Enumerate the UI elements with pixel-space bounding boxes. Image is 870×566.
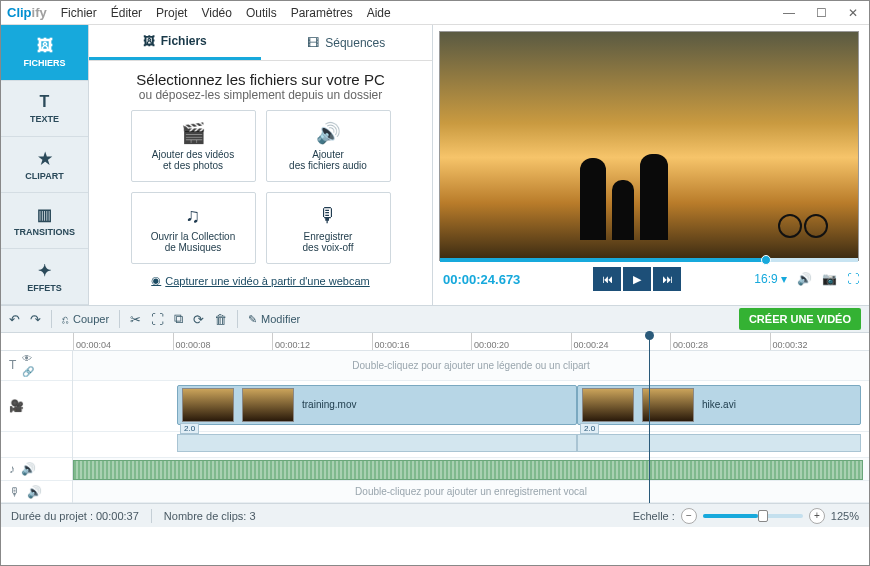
window-controls: — ☐ ✕ [779, 6, 863, 20]
menubar: Clipify Fichier Éditer Projet Vidéo Outi… [1, 1, 869, 25]
volume-icon[interactable]: 🔊 [797, 272, 812, 286]
star-icon: ★ [38, 149, 52, 168]
speaker-icon: 🔊 [316, 121, 341, 145]
window-close[interactable]: ✕ [843, 6, 863, 20]
tab-sequences[interactable]: 🎞Séquences [261, 25, 433, 60]
sidebar-item-fichiers[interactable]: 🖼FICHIERS [1, 25, 88, 81]
tile-record-voiceover[interactable]: 🎙Enregistrerdes voix-off [266, 192, 391, 264]
play-button[interactable]: ▶ [623, 267, 651, 291]
tab-label: Fichiers [161, 34, 207, 48]
project-duration-label: Durée du projet : 00:00:37 [11, 510, 139, 522]
ruler-tick: 00:00:20 [471, 333, 571, 350]
copy-icon[interactable]: ⧉ [174, 311, 183, 327]
app-name: Clipify [7, 5, 47, 20]
clip-name: hike.avi [702, 399, 736, 410]
rotate-icon[interactable]: ⟳ [193, 312, 204, 327]
undo-button[interactable]: ↶ [9, 312, 20, 327]
ruler-tick: 00:00:16 [372, 333, 472, 350]
track-head-audio2[interactable]: ♪🔊 [1, 458, 72, 482]
tile-add-video-photo[interactable]: 🎬Ajouter des vidéoset des photos [131, 110, 256, 182]
pencil-icon: ✎ [248, 313, 257, 326]
ruler-tick: 00:00:04 [73, 333, 173, 350]
note-icon: ♪ [9, 462, 15, 476]
camera-icon: 🎥 [9, 399, 24, 413]
aspect-ratio-dropdown[interactable]: 16:9 ▾ [754, 272, 787, 286]
clip-thumbnail [582, 388, 634, 422]
eye-icon[interactable]: 👁 [22, 353, 34, 364]
timeline-toolbar: ↶ ↷ ⎌Couper ✂ ⛶ ⧉ ⟳ 🗑 ✎Modifier CRÉER UN… [1, 305, 869, 333]
fullscreen-icon[interactable]: ⛶ [847, 272, 859, 286]
sidebar-item-transitions[interactable]: ▥TRANSITIONS [1, 193, 88, 249]
snapshot-icon[interactable]: 📷 [822, 272, 837, 286]
next-button[interactable]: ⏭ [653, 267, 681, 291]
link-icon[interactable]: 🔗 [22, 366, 34, 377]
vocal-lane[interactable]: Double-cliquez pour ajouter un enregistr… [73, 481, 869, 503]
panel-title: Sélectionnez les fichiers sur votre PC [136, 71, 384, 88]
menu-parametres[interactable]: Paramètres [291, 6, 353, 20]
linked-audio-lane[interactable] [73, 432, 869, 458]
track-head-video[interactable]: 🎥 [1, 381, 72, 432]
timeline-ruler[interactable]: 00:00:04 00:00:08 00:00:12 00:00:16 00:0… [1, 333, 869, 351]
delete-icon[interactable]: 🗑 [214, 312, 227, 327]
sidebar-item-label: TEXTE [30, 114, 59, 124]
music-clip[interactable] [73, 460, 863, 480]
menu-aide[interactable]: Aide [367, 6, 391, 20]
speaker-icon[interactable]: 🔊 [21, 462, 36, 476]
menu-fichier[interactable]: Fichier [61, 6, 97, 20]
track-head-vocal[interactable]: 🎙🔊 [1, 481, 72, 503]
menu-outils[interactable]: Outils [246, 6, 277, 20]
window-minimize[interactable]: — [779, 6, 799, 20]
webcam-icon: ◉ [151, 274, 161, 287]
tab-fichiers[interactable]: 🖼Fichiers [89, 25, 261, 60]
zoom-out-button[interactable]: − [681, 508, 697, 524]
track-head-text[interactable]: T👁🔗 [1, 351, 72, 381]
sidebar-item-texte[interactable]: TTEXTE [1, 81, 88, 137]
linked-audio-clip-1[interactable] [177, 434, 577, 452]
speaker-icon[interactable]: 🔊 [27, 485, 42, 499]
ruler-tick: 00:00:32 [770, 333, 870, 350]
menu-editer[interactable]: Éditer [111, 6, 142, 20]
window-maximize[interactable]: ☐ [811, 6, 831, 20]
video-clip-1[interactable]: training.mov 2.0 [177, 385, 577, 425]
files-panel: 🖼Fichiers 🎞Séquences Sélectionnez les fi… [89, 25, 433, 305]
create-video-button[interactable]: CRÉER UNE VIDÉO [739, 308, 861, 330]
crop-icon[interactable]: ⛶ [151, 312, 164, 327]
effects-icon: ✦ [38, 261, 51, 280]
sidebar-item-effets[interactable]: ✦EFFETS [1, 249, 88, 305]
sidebar-item-clipart[interactable]: ★CLIPART [1, 137, 88, 193]
sidebar-item-label: TRANSITIONS [14, 227, 75, 237]
ruler-tick: 00:00:08 [173, 333, 273, 350]
redo-button[interactable]: ↷ [30, 312, 41, 327]
video-clip-2[interactable]: hike.avi 2.0 [577, 385, 861, 425]
zoom-in-button[interactable]: + [809, 508, 825, 524]
clip-name: training.mov [302, 399, 356, 410]
text-lane[interactable]: Double-cliquez pour ajouter une légende … [73, 351, 869, 381]
tile-music-collection[interactable]: ♫Ouvrir la Collectionde Musiques [131, 192, 256, 264]
text-icon: T [9, 358, 16, 372]
music-lane[interactable] [73, 458, 869, 482]
sidebar-item-label: EFFETS [27, 283, 62, 293]
video-lane[interactable]: training.mov 2.0 hike.avi 2.0 [73, 381, 869, 432]
image-icon: 🖼 [143, 34, 155, 48]
menu-projet[interactable]: Projet [156, 6, 187, 20]
transitions-icon: ▥ [37, 205, 52, 224]
zoom-value: 125% [831, 510, 859, 522]
zoom-slider[interactable] [703, 514, 803, 518]
sidebar-item-label: FICHIERS [23, 58, 65, 68]
track-head-audio1[interactable] [1, 432, 72, 458]
cut-button[interactable]: ⎌Couper [62, 313, 109, 325]
playhead[interactable] [649, 333, 650, 503]
scissors-icon[interactable]: ✂ [130, 312, 141, 327]
zoom-control: Echelle : − + 125% [633, 508, 859, 524]
text-icon: T [40, 93, 50, 111]
menu-video[interactable]: Vidéo [201, 6, 231, 20]
preview-scrubber[interactable] [440, 258, 858, 262]
preview-video[interactable] [439, 31, 859, 261]
edit-button[interactable]: ✎Modifier [248, 313, 300, 326]
mic-icon: 🎙 [318, 204, 338, 227]
tile-add-audio[interactable]: 🔊Ajouterdes fichiers audio [266, 110, 391, 182]
statusbar: Durée du projet : 00:00:37 Nombre de cli… [1, 503, 869, 527]
prev-button[interactable]: ⏮ [593, 267, 621, 291]
webcam-capture-link[interactable]: ◉Capturer une vidéo à partir d'une webca… [151, 274, 370, 287]
linked-audio-clip-2[interactable] [577, 434, 861, 452]
